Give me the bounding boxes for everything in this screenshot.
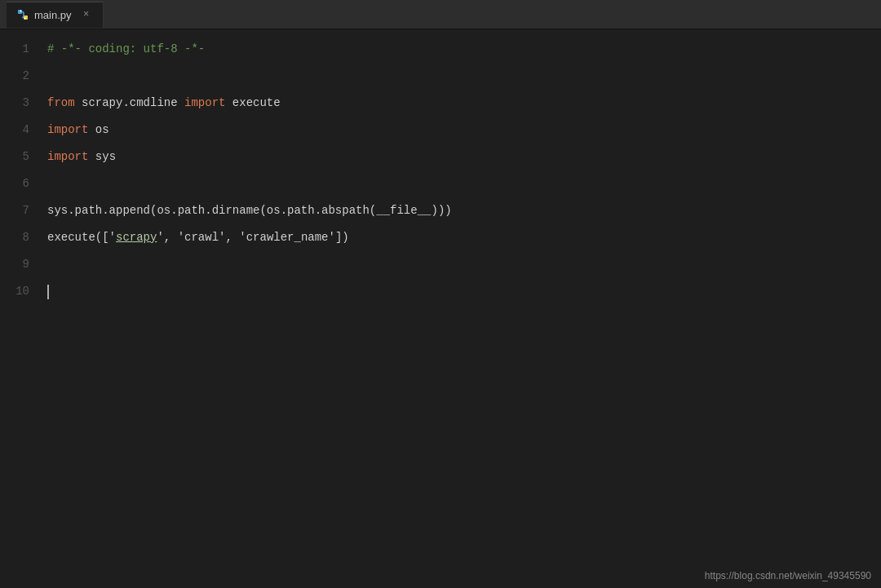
line-number: 2 bbox=[0, 63, 29, 90]
module-os: os bbox=[88, 117, 108, 144]
text-cursor bbox=[47, 285, 49, 299]
line-number: 10 bbox=[0, 278, 29, 305]
string-scrapy: scrapy bbox=[116, 224, 157, 251]
execute-start: execute([' bbox=[47, 224, 116, 251]
keyword-from: from bbox=[47, 90, 75, 117]
comma-2: ', ' bbox=[219, 224, 246, 251]
code-line-2 bbox=[47, 63, 873, 90]
scrollbar[interactable] bbox=[873, 29, 881, 588]
tab-filename: main.py bbox=[34, 9, 72, 21]
fold-icon-3[interactable]: ▼ bbox=[41, 90, 42, 117]
code-line-9 bbox=[47, 251, 873, 278]
svg-rect-0 bbox=[18, 10, 22, 14]
line-numbers: 1 2 3 4 5 6 7 8 9 10 bbox=[0, 29, 41, 588]
keyword-import-1: import bbox=[184, 90, 225, 117]
string-crawl: crawl bbox=[184, 224, 219, 251]
line-number: 4 bbox=[0, 117, 29, 144]
sys-path-append: sys.path.append(os.path.dirname(os.path.… bbox=[47, 197, 452, 224]
svg-point-2 bbox=[20, 11, 22, 12]
code-line-10 bbox=[47, 278, 873, 305]
code-line-4: import os bbox=[47, 117, 873, 144]
line-number: 1 bbox=[0, 36, 29, 63]
code-line-6 bbox=[47, 170, 873, 197]
watermark-url: https://blog.csdn.net/weixin_49345590 bbox=[705, 570, 871, 581]
line-number: 9 bbox=[0, 251, 29, 278]
module-sys: sys bbox=[88, 144, 116, 170]
python-file-icon bbox=[16, 8, 29, 21]
fold-icon-5[interactable]: ▼ bbox=[41, 144, 42, 170]
line-number: 8 bbox=[0, 224, 29, 251]
line-number: 6 bbox=[0, 170, 29, 197]
code-line-8: execute(['scrapy', 'crawl', 'crawler_nam… bbox=[47, 224, 873, 251]
comment-coding: # -*- coding: utf-8 -*- bbox=[47, 36, 205, 63]
code-line-7: sys.path.append(os.path.dirname(os.path.… bbox=[47, 197, 873, 224]
code-content[interactable]: # -*- coding: utf-8 -*- ▼ from scrapy.cm… bbox=[41, 29, 873, 588]
code-line-5: ▼ import sys bbox=[47, 144, 873, 170]
line-number: 7 bbox=[0, 197, 29, 224]
code-line-3: ▼ from scrapy.cmdline import execute bbox=[47, 90, 873, 117]
code-line-1: # -*- coding: utf-8 -*- bbox=[47, 36, 873, 63]
string-crawler-name: crawler_name bbox=[246, 224, 329, 251]
line-number: 5 bbox=[0, 144, 29, 170]
name-execute: execute bbox=[225, 90, 280, 117]
keyword-import-2: import bbox=[47, 117, 88, 144]
title-bar: main.py × bbox=[0, 0, 881, 29]
execute-end: ']) bbox=[329, 224, 349, 251]
svg-rect-1 bbox=[24, 15, 28, 20]
comma-1: ', ' bbox=[157, 224, 184, 251]
module-scrapy: scrapy.cmdline bbox=[75, 90, 184, 117]
editor-area: 1 2 3 4 5 6 7 8 9 10 # -*- coding: utf-8… bbox=[0, 29, 881, 588]
line-number: 3 bbox=[0, 90, 29, 117]
svg-point-3 bbox=[24, 18, 26, 20]
file-tab[interactable]: main.py × bbox=[7, 2, 104, 28]
tab-close-button[interactable]: × bbox=[80, 8, 93, 21]
keyword-import-3: import bbox=[47, 144, 88, 170]
